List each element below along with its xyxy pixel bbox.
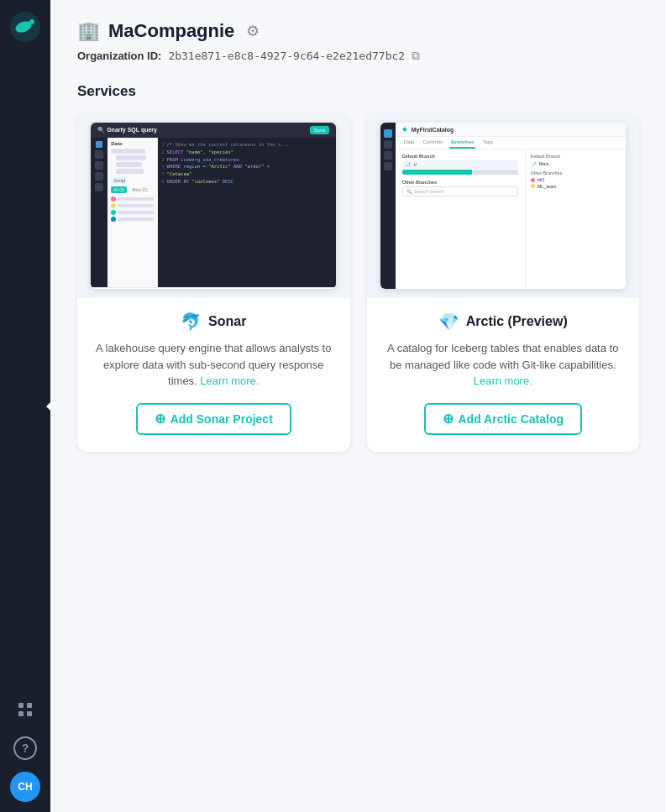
arctic-card-body: 💎 Arctic (Preview) A catalog for Iceberg… [367, 298, 640, 452]
arctic-learn-more-link[interactable]: Learn more. [474, 375, 532, 387]
svg-point-2 [29, 19, 34, 24]
add-arctic-plus-icon: ⊕ [443, 412, 454, 426]
sonar-name-row: 🐬 Sonar [181, 312, 246, 332]
services-section-title: Services [77, 83, 639, 100]
user-avatar[interactable]: CH [10, 772, 40, 802]
arctic-name-row: 💎 Arctic (Preview) [438, 312, 568, 332]
sonar-emoji: 🐬 [181, 312, 202, 332]
svg-rect-4 [27, 703, 32, 708]
page-title: MaCompagnie [108, 20, 234, 42]
org-id-value: 2b31e871-e8c8-4927-9c64-e2e21ed77bc2 [168, 50, 405, 62]
svg-rect-6 [27, 711, 32, 716]
arctic-service-name: Arctic (Preview) [466, 314, 568, 329]
apps-icon[interactable] [10, 694, 40, 725]
sidebar: ? CH [0, 0, 50, 812]
sonar-description: A lakehouse query engine that allows ana… [94, 340, 333, 390]
sonar-card-body: 🐬 Sonar A lakehouse query engine that al… [77, 298, 350, 452]
settings-gear-icon[interactable]: ⚙ [246, 22, 260, 40]
copy-org-id-icon[interactable]: ⧉ [412, 49, 420, 63]
svg-rect-5 [18, 711, 24, 716]
sonar-learn-more-link[interactable]: Learn more. [200, 375, 259, 387]
sonar-card-image: 🔍 Gnarfy SQL query Save Data [77, 113, 350, 298]
help-icon[interactable]: ? [13, 736, 37, 760]
arctic-service-card: ◆ MyFirstCatalog Data Commits Branches T… [367, 113, 640, 452]
building-icon: 🏢 [77, 20, 100, 42]
svg-rect-3 [18, 703, 24, 708]
page-header: 🏢 MaCompagnie ⚙ [77, 20, 639, 42]
sidebar-logo[interactable] [8, 10, 42, 44]
services-grid: 🔍 Gnarfy SQL query Save Data [77, 113, 639, 452]
org-id-row: Organization ID: 2b31e871-e8c8-4927-9c64… [77, 49, 639, 63]
main-content: 🏢 MaCompagnie ⚙ Organization ID: 2b31e87… [50, 0, 666, 812]
arctic-tab-data[interactable]: Data [402, 137, 417, 149]
sidebar-collapse-indicator [46, 402, 50, 411]
arctic-tab-tags[interactable]: Tags [480, 137, 495, 149]
add-sonar-plus-icon: ⊕ [155, 412, 165, 426]
arctic-emoji: 💎 [438, 312, 459, 332]
sonar-service-card: 🔍 Gnarfy SQL query Save Data [77, 113, 350, 452]
add-sonar-project-button[interactable]: ⊕ Add Sonar Project [136, 403, 291, 435]
sonar-screenshot: 🔍 Gnarfy SQL query Save Data [91, 123, 336, 289]
arctic-tab-commits[interactable]: Commits [421, 137, 444, 149]
sonar-service-name: Sonar [208, 314, 246, 329]
org-id-label: Organization ID: [77, 50, 161, 62]
arctic-description: A catalog for Iceberg tables that enable… [384, 340, 623, 390]
arctic-screenshot: ◆ MyFirstCatalog Data Commits Branches T… [380, 123, 626, 289]
arctic-tab-branches[interactable]: Branches [449, 137, 475, 149]
arctic-card-image: ◆ MyFirstCatalog Data Commits Branches T… [367, 113, 640, 298]
add-arctic-catalog-button[interactable]: ⊕ Add Arctic Catalog [424, 403, 583, 435]
